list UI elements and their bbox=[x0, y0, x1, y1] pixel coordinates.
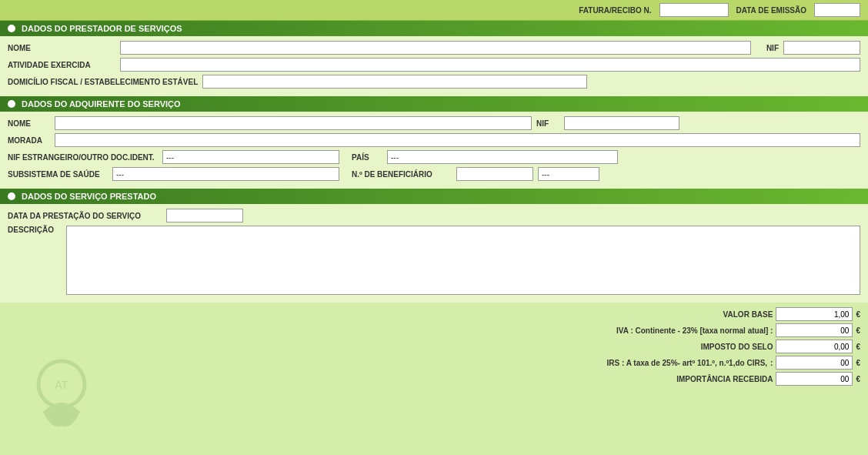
adquirente-nifext-label: NIF ESTRANGEIRO/OUTRO DOC.IDENT. bbox=[8, 153, 158, 162]
adquirente-pais-dropdown[interactable]: --- bbox=[387, 150, 618, 164]
adquirente-morada-label: MORADA bbox=[8, 136, 50, 145]
iva-label: IVA : Continente - 23% [taxa normal atua… bbox=[616, 326, 773, 335]
prestador-nif-input[interactable] bbox=[783, 41, 860, 55]
valor-base-label: VALOR BASE bbox=[723, 310, 773, 319]
prestador-atividade-input[interactable] bbox=[120, 58, 860, 72]
servico-bullet bbox=[8, 192, 15, 200]
data-emissao-label: DATA DE EMISSÃO bbox=[736, 6, 806, 15]
iva-currency: € bbox=[856, 326, 860, 335]
servico-data-row: DATA DA PRESTAÇÃO DO SERVIÇO bbox=[8, 209, 860, 222]
adquirente-bullet bbox=[8, 100, 15, 108]
adquirente-beneficiario-input[interactable] bbox=[456, 167, 533, 181]
prestador-title: DADOS DO PRESTADOR DE SERVIÇOS bbox=[22, 24, 182, 33]
top-bar: FATURA/RECIBO N. DATA DE EMISSÃO bbox=[0, 0, 868, 21]
adquirente-nome-input[interactable] bbox=[55, 116, 532, 130]
servico-data-input[interactable] bbox=[166, 209, 243, 222]
prestador-atividade-label: ATIVIDADE EXERCIDA bbox=[8, 61, 115, 69]
adquirente-subsistema-value: --- bbox=[116, 170, 124, 179]
adquirente-subsistema-row: SUBSISTEMA DE SAÚDE --- N.º DE BENEFICIÁ… bbox=[8, 167, 860, 181]
prestador-atividade-row: ATIVIDADE EXERCIDA bbox=[8, 58, 860, 72]
adquirente-morada-row: MORADA bbox=[8, 133, 860, 147]
adquirente-nif-input[interactable] bbox=[564, 116, 679, 130]
irs-row: IRS : A taxa de 25%- artº 101.º, n.º1,do… bbox=[606, 356, 860, 370]
adquirente-section-content: NOME NIF MORADA NIF ESTRANGEIRO/OUTRO DO… bbox=[0, 112, 868, 189]
irs-input[interactable] bbox=[776, 356, 853, 370]
importancia-currency: € bbox=[856, 375, 860, 383]
irs-currency: € bbox=[856, 359, 860, 367]
adquirente-beneficiario-value: --- bbox=[542, 170, 549, 179]
adquirente-nome-label: NOME bbox=[8, 119, 50, 128]
irs-suffix: : bbox=[770, 359, 773, 367]
servico-data-label: DATA DA PRESTAÇÃO DO SERVIÇO bbox=[8, 212, 162, 220]
valor-base-row: VALOR BASE € bbox=[723, 307, 860, 321]
totals-section: VALOR BASE € IVA : Continente - 23% [tax… bbox=[0, 303, 868, 390]
adquirente-nifext-value: --- bbox=[166, 153, 174, 162]
adquirente-beneficiario-dropdown[interactable]: --- bbox=[538, 167, 599, 181]
servico-title: DADOS DO SERVIÇO PRESTADO bbox=[22, 192, 156, 201]
adquirente-title: DADOS DO ADQUIRENTE DO SERVIÇO bbox=[22, 99, 181, 109]
iva-row: IVA : Continente - 23% [taxa normal atua… bbox=[616, 323, 860, 337]
imposto-currency: € bbox=[856, 343, 860, 351]
servico-descricao-textarea[interactable] bbox=[66, 226, 860, 295]
adquirente-subsistema-label: SUBSISTEMA DE SAÚDE bbox=[8, 170, 108, 179]
servico-section-content: DATA DA PRESTAÇÃO DO SERVIÇO DESCRIÇÃO bbox=[0, 204, 868, 303]
prestador-domicilio-label: DOMICÍLIO FISCAL / ESTABELECIMENTO ESTÁV… bbox=[8, 77, 198, 87]
adquirente-subsistema-dropdown[interactable]: --- bbox=[112, 167, 339, 181]
servico-descricao-label: DESCRIÇÃO bbox=[8, 226, 62, 295]
prestador-domicilio-input[interactable] bbox=[202, 75, 587, 89]
prestador-bullet bbox=[8, 25, 15, 32]
prestador-nif-label: NIF bbox=[756, 44, 779, 52]
importancia-input[interactable] bbox=[776, 372, 853, 386]
adquirente-nome-row: NOME NIF bbox=[8, 116, 860, 130]
adquirente-beneficiario-label: N.º DE BENEFICIÁRIO bbox=[352, 170, 452, 179]
iva-input[interactable] bbox=[776, 323, 853, 337]
fatura-label: FATURA/RECIBO N. bbox=[579, 6, 651, 15]
valor-base-input[interactable] bbox=[776, 307, 853, 321]
imposto-row: IMPOSTO DO SELO € bbox=[701, 340, 860, 353]
adquirente-morada-input[interactable] bbox=[55, 133, 860, 147]
adquirente-nifext-row: NIF ESTRANGEIRO/OUTRO DOC.IDENT. --- PAÍ… bbox=[8, 150, 860, 164]
adquirente-nif-label: NIF bbox=[536, 119, 559, 128]
importancia-row: IMPORTÂNCIA RECEBIDA € bbox=[676, 372, 860, 386]
imposto-input[interactable] bbox=[776, 340, 853, 353]
prestador-nome-input[interactable] bbox=[120, 41, 751, 55]
adquirente-section-header: DADOS DO ADQUIRENTE DO SERVIÇO bbox=[0, 96, 868, 112]
form-container: AT FATURA/RECIBO N. DATA DE EMISSÃO DADO… bbox=[0, 0, 868, 455]
fatura-input[interactable] bbox=[659, 3, 729, 17]
importancia-label: IMPORTÂNCIA RECEBIDA bbox=[676, 375, 773, 383]
imposto-label: IMPOSTO DO SELO bbox=[701, 343, 773, 351]
adquirente-nifext-dropdown[interactable]: --- bbox=[162, 150, 339, 164]
valor-base-currency: € bbox=[856, 310, 860, 319]
irs-label: IRS : A taxa de 25%- artº 101.º, n.º1,do… bbox=[606, 359, 767, 367]
prestador-section-header: DADOS DO PRESTADOR DE SERVIÇOS bbox=[0, 21, 868, 36]
prestador-nome-label: NOME bbox=[8, 44, 115, 52]
prestador-domicilio-row: DOMICÍLIO FISCAL / ESTABELECIMENTO ESTÁV… bbox=[8, 75, 860, 89]
data-emissao-input[interactable] bbox=[814, 3, 860, 17]
adquirente-pais-label: PAÍS bbox=[352, 153, 382, 162]
prestador-nome-row: NOME NIF bbox=[8, 41, 860, 55]
adquirente-pais-value: --- bbox=[391, 153, 399, 162]
prestador-section-content: NOME NIF ATIVIDADE EXERCIDA DOMICÍLIO FI… bbox=[0, 36, 868, 96]
servico-section-header: DADOS DO SERVIÇO PRESTADO bbox=[0, 189, 868, 204]
servico-descricao-row: DESCRIÇÃO bbox=[8, 226, 860, 295]
